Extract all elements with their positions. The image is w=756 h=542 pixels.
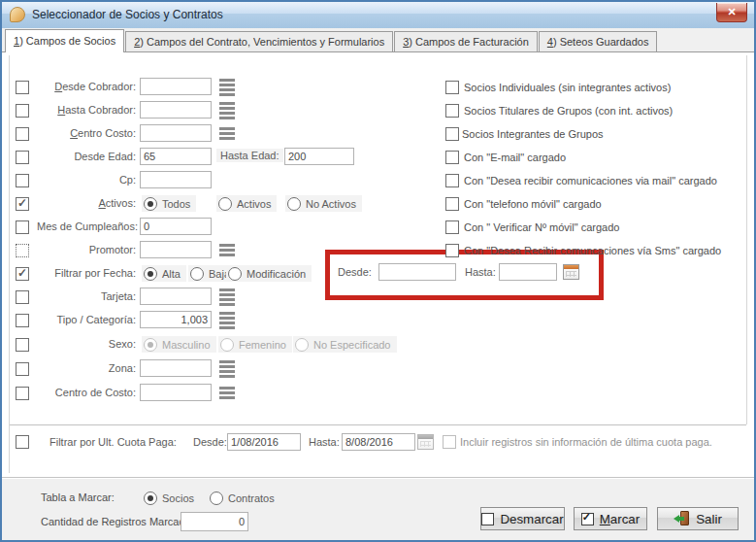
- zona-label: Zona:: [37, 360, 136, 377]
- sexo-label: Sexo:: [37, 336, 136, 353]
- zona-input[interactable]: [140, 359, 212, 377]
- fecha-hasta-input[interactable]: [499, 263, 557, 281]
- ult-cuota-desde-label: Desde:: [193, 436, 227, 448]
- socios-individuales-checkbox[interactable]: [445, 81, 459, 94]
- edad-checkbox[interactable]: [16, 151, 29, 164]
- fecha-desde-label: Desde:: [338, 266, 372, 278]
- con-telefono-movil-checkbox[interactable]: [445, 197, 459, 211]
- promotor-lookup-icon[interactable]: [219, 244, 235, 256]
- con-telefono-movil-label: Con "telefono móvil" cargado: [464, 198, 602, 210]
- cantidad-registros-label: Cantidad de Registros Marcados: [41, 516, 196, 527]
- promotor-checkbox[interactable]: [16, 244, 29, 257]
- tarjeta-checkbox[interactable]: [16, 290, 29, 304]
- tab-strip: 1) Campos de Socios 2) Campos del Contra…: [2, 28, 754, 51]
- con-comunicaciones-mail-label: Con "Desea recibir comunicaciones via ma…: [464, 175, 717, 186]
- centro-de-costo-checkbox[interactable]: [16, 387, 29, 400]
- marcar-button[interactable]: Marcar: [574, 507, 647, 530]
- fecha-radio-alta[interactable]: Alta: [142, 265, 186, 282]
- fecha-radio-modificacion[interactable]: Modificación: [226, 265, 312, 282]
- hasta-cobrador-input[interactable]: [140, 101, 212, 119]
- desde-edad-input[interactable]: [140, 148, 212, 165]
- panel-right-divider: [746, 55, 748, 424]
- centro-de-costo-lookup-icon[interactable]: [219, 387, 235, 399]
- fecha-calendar-icon[interactable]: [563, 264, 579, 280]
- activos-radio-todos[interactable]: Todos: [142, 195, 196, 212]
- tab-campos-de-socios[interactable]: 1) Campos de Socios: [5, 29, 124, 52]
- cp-checkbox[interactable]: [16, 174, 29, 187]
- sexo-checkbox[interactable]: [16, 338, 29, 352]
- cantidad-registros-input[interactable]: [181, 512, 248, 531]
- socios-integrantes-checkbox[interactable]: [445, 127, 459, 141]
- activos-checkbox[interactable]: [16, 197, 29, 211]
- hasta-cobrador-label: Hasta Cobrador:: [37, 102, 136, 119]
- exit-door-icon: [674, 511, 690, 526]
- activos-radio-activos[interactable]: Activos: [216, 195, 277, 212]
- mes-cumpleanos-checkbox[interactable]: [16, 220, 29, 234]
- hasta-edad-input[interactable]: [284, 148, 354, 165]
- tab-campos-de-facturacion[interactable]: 3) Campos de Facturación: [394, 31, 538, 51]
- tarjeta-lookup-icon[interactable]: [219, 288, 235, 306]
- close-icon[interactable]: ✕: [716, 3, 747, 22]
- zona-lookup-icon[interactable]: [219, 360, 235, 378]
- hasta-cobrador-lookup-icon[interactable]: [219, 102, 235, 119]
- desde-cobrador-checkbox[interactable]: [16, 81, 29, 94]
- tarjeta-input[interactable]: [140, 288, 212, 305]
- filtrar-fecha-label: Filtrar por Fecha:: [37, 265, 136, 282]
- desde-edad-label: Desde Edad:: [37, 149, 136, 165]
- tipo-categoria-lookup-icon[interactable]: [219, 312, 235, 329]
- tipo-categoria-input[interactable]: [140, 311, 212, 328]
- sexo-radio-masculino: Masculino: [142, 336, 216, 353]
- tabla-radio-contratos[interactable]: Contratos: [208, 490, 280, 506]
- centro-de-costo-label: Centro de Costo:: [37, 385, 136, 401]
- socios-titulares-label: Socios Titulares de Grupos (con int. act…: [464, 105, 673, 117]
- desde-cobrador-lookup-icon[interactable]: [219, 79, 235, 96]
- socios-individuales-label: Socios Individuales (sin integrantes act…: [464, 82, 671, 93]
- checked-box-icon: [581, 513, 594, 525]
- centro-costo-input[interactable]: [140, 124, 212, 142]
- tab-campos-del-contrato[interactable]: 2) Campos del Contrato, Vencimientos y F…: [125, 31, 393, 51]
- filtrar-fecha-checkbox[interactable]: [16, 267, 29, 281]
- fecha-hasta-label: Hasta:: [465, 266, 496, 278]
- tipo-categoria-checkbox[interactable]: [16, 314, 29, 327]
- ult-cuota-label: Filtrar por Ult. Cuota Paga:: [49, 436, 177, 448]
- mes-cumpleanos-input[interactable]: [140, 218, 212, 235]
- tab-seteos-guardados[interactable]: 4) Seteos Guardados: [539, 31, 658, 51]
- hasta-cobrador-checkbox[interactable]: [16, 104, 29, 118]
- salir-button-label: Salir: [696, 512, 722, 526]
- activos-radio-no-activos[interactable]: No Activos: [285, 195, 362, 212]
- desmarcar-button[interactable]: Desmarcar: [480, 507, 565, 530]
- ult-cuota-hasta-label: Hasta:: [309, 436, 340, 448]
- promotor-input[interactable]: [140, 241, 212, 258]
- fecha-desde-input[interactable]: [378, 263, 456, 281]
- con-sms-label: Con "Desea Recibir comuncaciones vía Sms…: [464, 245, 721, 256]
- ult-cuota-desde-input[interactable]: [227, 433, 301, 451]
- cp-input[interactable]: [140, 171, 212, 188]
- sexo-radio-femenino: Femenino: [218, 336, 292, 353]
- con-comunicaciones-mail-checkbox[interactable]: [445, 174, 459, 187]
- con-verificar-movil-label: Con " Verificar Nº móvil" cargado: [464, 221, 619, 233]
- con-verificar-movil-checkbox[interactable]: [445, 220, 459, 234]
- centro-costo-lookup-icon[interactable]: [219, 127, 235, 140]
- centro-de-costo-input[interactable]: [140, 384, 212, 401]
- con-sms-checkbox[interactable]: [445, 244, 459, 257]
- tabla-a-marcar-label: Tabla a Marcar:: [41, 491, 115, 503]
- con-email-label: Con "E-mail" cargado: [464, 152, 566, 163]
- hasta-edad-label: Hasta Edad:: [216, 149, 283, 162]
- promotor-label: Promotor:: [37, 242, 136, 258]
- cp-label: Cp:: [37, 172, 136, 188]
- title-bar[interactable]: Seleccionador de Socios y Contratos ✕: [2, 2, 754, 29]
- centro-costo-checkbox[interactable]: [16, 127, 29, 141]
- ult-cuota-hasta-input[interactable]: [342, 433, 415, 451]
- ult-cuota-checkbox[interactable]: [16, 435, 29, 449]
- socios-titulares-checkbox[interactable]: [445, 104, 459, 118]
- tabla-radio-socios[interactable]: Socios: [142, 490, 200, 506]
- marcar-button-label: Marcar: [600, 512, 640, 526]
- incluir-sin-info-label: Incluir registros sin información de últ…: [460, 436, 712, 448]
- ult-cuota-calendar-icon: [417, 434, 434, 450]
- desde-cobrador-input[interactable]: [140, 78, 212, 95]
- salir-button[interactable]: Salir: [657, 507, 739, 530]
- sexo-radio-no-especificado: No Especificado: [293, 336, 397, 353]
- zona-checkbox[interactable]: [16, 362, 29, 376]
- con-email-checkbox[interactable]: [445, 151, 459, 164]
- window-title: Seleccionador de Socios y Contratos: [32, 8, 223, 21]
